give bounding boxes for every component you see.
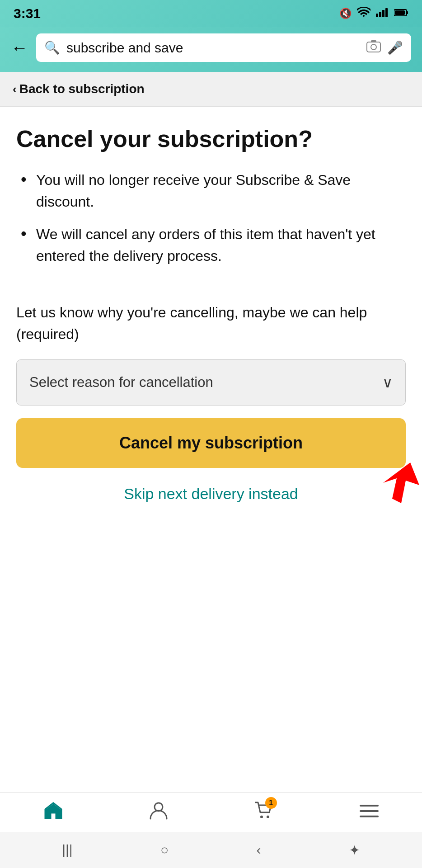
android-nav-bar: ||| ○ ‹ ✦ [0,832,422,868]
bottom-nav: 1 [0,792,422,832]
back-button[interactable]: ← [11,39,28,57]
cancellation-prompt: Let us know why you're cancelling, maybe… [16,302,406,345]
search-input[interactable] [66,40,360,56]
nav-menu[interactable] [346,802,392,822]
svg-rect-0 [376,14,378,17]
search-bar-area: ← 🔍 🎤 [0,27,422,72]
signal-icon [376,7,389,20]
battery-icon [394,8,408,19]
svg-rect-6 [395,10,405,15]
svg-point-8 [371,44,376,50]
svg-point-13 [267,816,269,818]
back-subscription-label: Back to subscription [19,82,145,96]
svg-rect-3 [385,8,388,17]
home-icon [43,801,63,823]
android-home-button[interactable]: ○ [160,842,169,858]
android-recent-button[interactable]: ||| [62,842,72,858]
svg-point-12 [260,816,263,818]
page-title: Cancel your subscription? [16,125,406,153]
search-input-wrapper[interactable]: 🔍 🎤 [36,33,411,62]
svg-rect-7 [367,42,380,52]
reason-dropdown-placeholder: Select reason for cancellation [29,373,213,392]
svg-rect-14 [360,805,379,807]
hamburger-icon [360,802,379,822]
nav-home[interactable] [30,801,77,823]
svg-rect-1 [379,12,381,17]
search-icon: 🔍 [44,40,60,55]
svg-point-11 [155,803,163,811]
svg-rect-16 [360,816,379,817]
back-subscription-bar: ‹ Back to subscription [0,72,422,107]
bullet-item-2: We will cancel any orders of this item t… [16,223,406,267]
svg-rect-9 [371,40,376,42]
main-content: Cancel your subscription? You will no lo… [0,107,422,530]
android-back-button[interactable]: ‹ [256,842,261,858]
status-time: 3:31 [14,6,41,21]
svg-rect-15 [360,810,379,812]
bullet-list: You will no longer receive your Subscrib… [16,169,406,267]
cancel-button-container: Cancel my subscription [16,418,406,481]
status-bar: 3:31 🔇 [0,0,422,27]
section-divider [16,285,406,285]
reason-dropdown[interactable]: Select reason for cancellation ∨ [16,359,406,405]
chevron-down-icon: ∨ [382,374,393,391]
bullet-item-1: You will no longer receive your Subscrib… [16,169,406,212]
cancel-subscription-button[interactable]: Cancel my subscription [16,418,406,468]
status-icons: 🔇 [339,7,408,20]
back-subscription-link[interactable]: ‹ Back to subscription [13,82,409,96]
person-icon [150,801,168,824]
cart-wrapper: 1 [254,801,273,824]
microphone-icon[interactable]: 🎤 [387,40,403,55]
nav-cart[interactable]: 1 [241,801,287,824]
camera-search-icon[interactable] [366,40,381,56]
svg-rect-2 [382,10,384,17]
cart-badge: 1 [265,797,277,809]
nav-account[interactable] [136,801,181,824]
back-chevron-icon: ‹ [13,82,17,96]
skip-delivery-link[interactable]: Skip next delivery instead [16,485,406,512]
svg-rect-5 [407,11,408,14]
android-assist-button[interactable]: ✦ [349,842,360,858]
wifi-icon [357,7,370,20]
mute-icon: 🔇 [339,8,352,19]
